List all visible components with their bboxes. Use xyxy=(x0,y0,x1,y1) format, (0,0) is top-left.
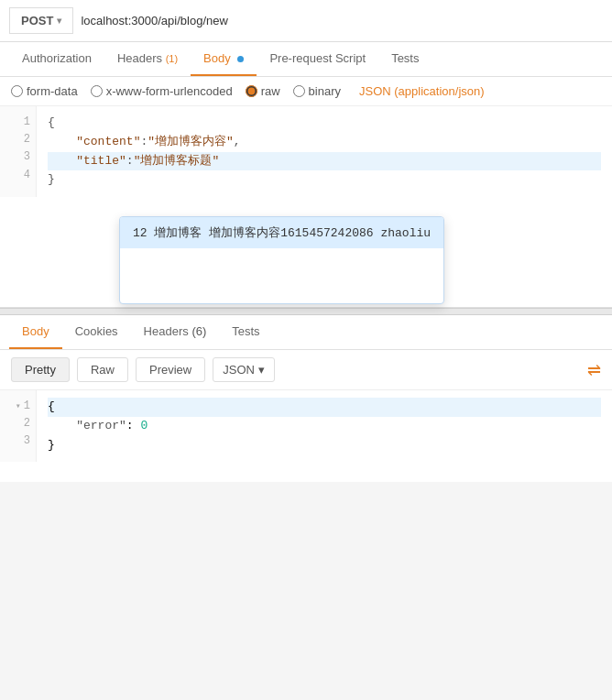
pretty-button[interactable]: Pretty xyxy=(11,357,70,382)
json-type-label: JSON (application/json) xyxy=(359,84,485,98)
bottom-tab-headers[interactable]: Headers (6) xyxy=(131,315,220,349)
method-chevron: ▾ xyxy=(57,16,61,26)
radio-binary[interactable]: binary xyxy=(293,84,341,98)
tab-headers[interactable]: Headers (1) xyxy=(104,42,191,76)
bottom-toolbar: Pretty Raw Preview JSON ▾ ⇌ xyxy=(0,350,612,390)
method-label: POST xyxy=(21,14,53,27)
url-bar: POST ▾ xyxy=(0,0,612,42)
autocomplete-popup[interactable]: 12 增加博客 增加博客内容1615457242086 zhaoliu xyxy=(119,216,444,304)
raw-button[interactable]: Raw xyxy=(77,357,128,382)
bottom-tab-body[interactable]: Body xyxy=(9,315,62,349)
panel-divider xyxy=(0,308,612,315)
wrap-icon[interactable]: ⇌ xyxy=(587,360,601,380)
response-area: ▾1 2 3 { "error": 0 } xyxy=(0,390,612,482)
radio-raw[interactable]: raw xyxy=(246,84,280,98)
editor-lines: 1 2 3 4 { "content":"增加博客内容", "title":"增… xyxy=(0,106,612,197)
tab-tests[interactable]: Tests xyxy=(378,42,432,76)
tab-body[interactable]: Body xyxy=(191,42,257,76)
method-button[interactable]: POST ▾ xyxy=(9,7,73,34)
resp-line-1: { xyxy=(48,398,601,417)
editor-area[interactable]: 1 2 3 4 { "content":"增加博客内容", "title":"增… xyxy=(0,106,612,308)
dropdown-chevron: ▾ xyxy=(258,363,265,377)
tab-prerequest[interactable]: Pre-request Script xyxy=(257,42,378,76)
json-dropdown[interactable]: JSON ▾ xyxy=(213,357,275,382)
bottom-tab-cookies[interactable]: Cookies xyxy=(62,315,131,349)
resp-code: { "error": 0 } xyxy=(37,390,612,462)
line1-arrow: ▾ xyxy=(16,399,21,414)
code-line-3: "title":"增加博客标题" xyxy=(48,152,601,171)
response-lines: ▾1 2 3 { "error": 0 } xyxy=(0,390,612,462)
preview-button[interactable]: Preview xyxy=(136,357,205,382)
tab-authorization[interactable]: Authorization xyxy=(9,42,104,76)
radio-form-data[interactable]: form-data xyxy=(11,84,78,98)
code-line-4: } xyxy=(48,170,601,190)
radio-urlencoded[interactable]: x-www-form-urlencoded xyxy=(91,84,233,98)
resp-line-numbers: ▾1 2 3 xyxy=(0,390,37,462)
autocomplete-body xyxy=(120,248,443,303)
autocomplete-item[interactable]: 12 增加博客 增加博客内容1615457242086 zhaoliu xyxy=(120,217,443,248)
body-active-dot xyxy=(237,56,244,62)
code-line-2: "content":"增加博客内容", xyxy=(48,133,601,152)
bottom-tabs: Body Cookies Headers (6) Tests xyxy=(0,315,612,350)
top-tabs: Authorization Headers (1) Body Pre-reque… xyxy=(0,42,612,77)
bottom-tab-tests[interactable]: Tests xyxy=(219,315,272,349)
body-type-row: form-data x-www-form-urlencoded raw bina… xyxy=(0,77,612,106)
url-input[interactable] xyxy=(81,14,603,27)
line-numbers: 1 2 3 4 xyxy=(0,106,37,197)
code-content[interactable]: { "content":"增加博客内容", "title":"增加博客标题" } xyxy=(37,106,612,197)
code-line-1: { xyxy=(48,114,601,133)
resp-line-3: } xyxy=(48,436,601,455)
resp-line-2: "error": 0 xyxy=(48,417,601,436)
